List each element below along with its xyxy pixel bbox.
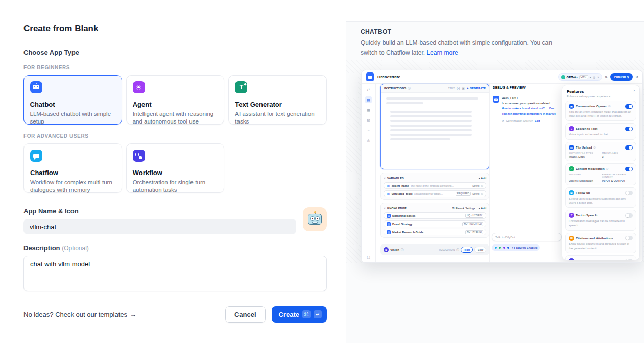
cancel-button[interactable]: Cancel — [225, 306, 266, 323]
feature-dot-icon — [503, 246, 506, 249]
eye-icon: ◎ — [481, 192, 483, 195]
info-icon: ⓘ — [608, 105, 611, 108]
feature-citations: ▦ Citations and Attributions Show source… — [565, 233, 636, 253]
info-icon: ⓘ — [401, 248, 404, 252]
app-type-card-agent[interactable]: Agent Intelligent agent with reasoning a… — [126, 75, 225, 125]
toggle — [625, 104, 633, 109]
toggle — [625, 145, 633, 150]
knowledge-row: ▤ Brand Strategy HQ · INVERTED — [384, 220, 486, 227]
app-type-card-text-generator[interactable]: T Text Generator AI assistant for text g… — [228, 75, 327, 125]
toggle — [625, 127, 633, 131]
enter-key-icon: ↵ — [314, 310, 322, 318]
opener-icon: ↺ — [502, 119, 504, 122]
toggle — [625, 167, 633, 172]
info-icon: ⓘ — [606, 168, 609, 170]
feature-file-upload: ▤ File Upload ⓘ SUPPORT FILE TYPES MAX U… — [565, 142, 636, 161]
knowledge-panel: ∨ KNOWLEDGE ⇅ Rerank Settings + Add ▤ Ma… — [380, 203, 489, 238]
annotation-reply-icon: ▣ — [569, 258, 574, 260]
retrieval-badge: HQ · HYBRID — [465, 214, 483, 218]
card-desc: LLM-based chatbot with simple setup — [30, 110, 116, 126]
modal-footer: No ideas? Check out our templates → Canc… — [23, 306, 327, 323]
suggested-question: Tips for analyzing competitors in market — [502, 111, 556, 116]
resolution-high-pill: High — [461, 247, 473, 253]
text-generator-icon: T — [235, 81, 247, 93]
copy-icon: ▣ — [462, 87, 464, 90]
citations-icon: ▦ — [569, 236, 574, 241]
app-name-label: App Name & Icon — [23, 207, 296, 215]
vision-dot-icon: ◎ — [593, 76, 595, 79]
feature-conversation-opener: ▣ Conversation Opener ⓘ You are an entit… — [565, 101, 636, 121]
create-app-modal: Create from Blank Choose App Type FOR BE… — [0, 0, 644, 343]
optional-label: (Optional) — [62, 244, 89, 252]
follow-up-icon: ▣ — [569, 190, 574, 195]
retrieval-badge: HQ · HYBRID — [465, 230, 483, 234]
app-name-block: App Name & Icon — [23, 207, 327, 234]
debug-preview-heading: DEBUG & PREVIEW — [493, 86, 561, 89]
edit-link: Edit — [535, 119, 540, 122]
app-type-card-workflow[interactable]: Workflow Orchestration for single-turn a… — [126, 143, 225, 193]
card-desc: Workflow for complex multi-turn dialogue… — [30, 179, 115, 194]
app-type-card-chatflow[interactable]: Chatflow Workflow for complex multi-turn… — [23, 143, 122, 193]
suggested-question: How to make a brand stand out?Bes — [502, 106, 556, 111]
features-enabled-pill: 4 Features Enabled — [492, 244, 540, 251]
preview-app-title: Orchestrate — [377, 75, 400, 79]
feature-dot-icon — [498, 246, 502, 249]
history-icon: ↺ — [635, 75, 638, 79]
params-sliders-icon: ⇅ — [605, 75, 608, 79]
chatbot-icon — [30, 81, 42, 93]
instructions-panel: INSTRUCTIONS ⓘ 2182 {x} ▣ ✦ GENERATE — [380, 84, 489, 169]
card-title: Text Generator — [235, 101, 320, 108]
info-icon: ⓘ — [593, 146, 596, 149]
card-desc: Intelligent agent with reasoning and aut… — [133, 110, 218, 126]
feature-dot-icon — [507, 246, 510, 249]
vision-bar: ◉ Vision ⓘ RESOLUTION ⓘ High Low — [380, 244, 489, 255]
chevron-down-icon: ∨ — [384, 177, 386, 180]
arrow-right-icon: → — [130, 311, 136, 318]
for-advanced-users-label: FOR ADVANCED USERS — [23, 133, 327, 139]
variable-row: {x} unrelated_topic A placeholder for to… — [384, 190, 486, 197]
conversation-opener-icon: ▣ — [569, 104, 574, 109]
app-type-card-chatbot[interactable]: Chatbot LLM-based chatbot with simple se… — [23, 75, 122, 125]
card-title: Chatbot — [30, 101, 116, 108]
feature-dot-icon — [494, 246, 497, 249]
page-title: Create from Blank — [23, 23, 327, 34]
feature-content-moderation: ✓ Content Moderation ⓘ PROVIDER ENABLED … — [565, 163, 636, 185]
variable-row: {x} expert_name The name of the strategi… — [384, 182, 486, 189]
learn-more-link[interactable]: Learn more — [426, 49, 458, 56]
templates-link[interactable]: No ideas? Check out our templates → — [23, 311, 136, 318]
create-button[interactable]: Create ⌘ ↵ — [272, 306, 327, 323]
workflow-icon — [133, 150, 145, 162]
debug-preview-column: DEBUG & PREVIEW Hello, I am L.I can answ… — [489, 84, 564, 263]
top-strip — [346, 0, 644, 22]
folder-icon: ▤ — [387, 214, 391, 218]
description-block: Description (Optional) chat with vllm mo… — [23, 244, 327, 293]
folder-icon: ▤ — [387, 230, 391, 234]
card-desc: AI assistant for text generation tasks — [235, 110, 320, 126]
resolution-low-pill: Low — [474, 247, 486, 253]
card-desc: Orchestration for single-turn automation… — [133, 179, 218, 194]
chatflow-icon — [30, 150, 42, 162]
toggle — [625, 259, 633, 260]
app-icon-picker-button[interactable] — [303, 207, 327, 231]
text-to-speech-icon: T — [569, 213, 574, 218]
beginner-app-type-cards: Chatbot LLM-based chatbot with simple se… — [23, 75, 327, 125]
app-preview-image: Orchestrate GPT-4o CHAT ● ◎ ∨ ⇅ Publish∨… — [361, 70, 643, 263]
for-beginners-label: FOR BEGINNERS — [23, 65, 327, 70]
folder-icon: ▤ — [387, 222, 391, 226]
model-provider-icon — [561, 75, 565, 79]
description-label: Description (Optional) — [23, 244, 327, 252]
variables-panel: ∨ VARIABLES + Add {x} expert_name The na… — [380, 173, 489, 200]
chat-message: Hello, I am L.I can answer your question… — [493, 96, 561, 122]
variables-icon: {x} — [457, 87, 460, 90]
publish-button: Publish∨ — [610, 73, 633, 81]
choose-app-type-label: Choose App Type — [23, 48, 327, 56]
description-textarea[interactable]: chat with vllm model — [23, 256, 327, 291]
card-title: Workflow — [133, 169, 218, 177]
feature-speech-to-text: ● Speech to Text Voice input can be used… — [565, 123, 636, 140]
card-title: Agent — [133, 101, 218, 108]
app-name-input[interactable] — [23, 219, 296, 234]
retrieval-badge: HQ · INVERTED — [462, 222, 483, 226]
required-badge: REQUIRED — [456, 192, 471, 196]
feature-follow-up: ▣ Follow-up Setting up next questions su… — [565, 187, 636, 208]
preview-topbar: Orchestrate GPT-4o CHAT ● ◎ ∨ ⇅ Publish∨… — [362, 70, 642, 84]
